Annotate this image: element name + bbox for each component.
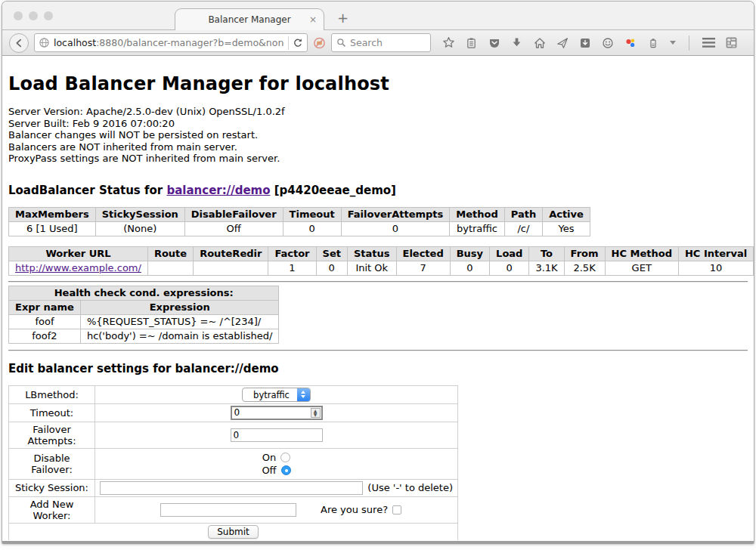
status-heading-suffix: [p4420eeae_demo]: [271, 184, 396, 197]
cell-elected: 7: [396, 261, 450, 275]
sticky-session-label: Sticky Session:: [9, 479, 95, 496]
cell-stickysession: (None): [95, 221, 184, 236]
url-domain: localhost: [54, 37, 96, 48]
col-from: From: [564, 246, 605, 261]
inherit-note-line: Balancers are NOT inherited from main se…: [8, 141, 754, 153]
disable-failover-label: Disable Failover:: [9, 448, 95, 479]
home-button[interactable]: [533, 36, 546, 49]
window-controls[interactable]: [14, 11, 53, 20]
failover-attempts-input[interactable]: [231, 428, 323, 442]
cell-path: /c/: [504, 221, 542, 236]
search-icon: [336, 38, 346, 48]
cell-busy: 0: [450, 261, 489, 275]
save-extension-button[interactable]: [578, 36, 591, 49]
pocket-button[interactable]: [488, 36, 500, 49]
bookmark-star-button[interactable]: [442, 36, 455, 49]
col-expression: Expression: [80, 300, 279, 314]
tab-balancer-manager[interactable]: Balancer Manager ×: [175, 8, 324, 30]
apps-grid-icon: [725, 36, 738, 49]
battery-icon: [648, 37, 658, 49]
col-disablefailover: DisableFailover: [184, 207, 283, 221]
worker-url-link[interactable]: http://www.example.com/: [15, 262, 141, 273]
sticky-session-input[interactable]: [100, 481, 363, 495]
lbmethod-selected-value: bytraffic: [243, 388, 297, 401]
bookmarks-list-icon: [466, 37, 477, 49]
edit-settings-heading: Edit balancer settings for balancer://de…: [8, 362, 754, 375]
cell-from: 2.5K: [564, 261, 605, 275]
url-bar[interactable]: localhost:8880/balancer-manager?b=demo&n…: [34, 33, 308, 52]
disable-failover-off-radio[interactable]: [281, 465, 291, 475]
table-row: 6 [1 Used] (None) Off 0 0 bytraffic /c/ …: [9, 221, 590, 236]
timeout-label: Timeout:: [9, 403, 95, 422]
timeout-input[interactable]: [231, 406, 323, 420]
submit-button[interactable]: Submit: [208, 525, 259, 539]
bookmarks-menu-button[interactable]: [465, 36, 478, 49]
battery-extension-button[interactable]: [646, 36, 659, 49]
bookmark-star-icon: [442, 36, 455, 49]
persist-note-line: Balancer changes will NOT be persisted o…: [8, 129, 754, 141]
col-active: Active: [543, 207, 590, 221]
sticky-session-row: Sticky Session: (Use '-' to delete): [9, 479, 458, 496]
failover-attempts-label: Failover Attempts:: [9, 422, 95, 448]
col-status: Status: [347, 246, 396, 261]
table-header-row: MaxMembers StickySession DisableFailover…: [9, 207, 590, 221]
col-route: Route: [147, 246, 193, 261]
downloads-button[interactable]: [510, 36, 523, 49]
search-placeholder: Search: [350, 37, 383, 48]
lbmethod-select[interactable]: bytraffic: [242, 388, 311, 402]
cell-routeredir: [194, 261, 268, 275]
are-you-sure-checkbox[interactable]: [392, 505, 401, 514]
reload-icon[interactable]: [293, 38, 303, 48]
download-arrow-icon: [511, 37, 522, 48]
palette-extension-button[interactable]: [624, 36, 637, 49]
cell-status: Init Ok: [347, 261, 396, 275]
zoom-window-button[interactable]: [44, 11, 53, 20]
balancer-demo-link[interactable]: balancer://demo: [166, 184, 270, 197]
col-expr-name: Expr name: [9, 300, 81, 314]
caret-down-icon: [670, 41, 676, 45]
minimize-window-button[interactable]: [29, 11, 38, 20]
add-worker-input[interactable]: [160, 503, 296, 517]
add-worker-label: Add New Worker:: [9, 496, 95, 523]
cell-load: 0: [490, 261, 529, 275]
number-spinner-icon[interactable]: ▲▼: [311, 408, 321, 418]
col-stickysession: StickySession: [95, 207, 184, 221]
worker-table: Worker URL Route RouteRedir Factor Set S…: [8, 246, 754, 276]
cell-hc-interval: 10: [678, 261, 753, 275]
overflow-caret-button[interactable]: [669, 36, 676, 49]
cell-expr-name: foof: [9, 314, 81, 329]
col-to: To: [529, 246, 564, 261]
browser-window: Balancer Manager × + localhost:8880/bala…: [2, 1, 754, 544]
health-row: foof2 hc('body') =~ /domain is establish…: [9, 329, 279, 343]
disable-failover-on-radio[interactable]: [280, 453, 290, 462]
col-timeout: Timeout: [283, 207, 341, 221]
worker-row: http://www.example.com/ 1 0 Init Ok 7 0 …: [9, 261, 754, 275]
close-window-button[interactable]: [14, 11, 23, 20]
new-tab-button[interactable]: +: [337, 10, 349, 26]
submit-row: Submit: [9, 523, 458, 540]
col-routeredir: RouteRedir: [194, 246, 268, 261]
url-text[interactable]: localhost:8880/balancer-manager?b=demo&n…: [54, 37, 284, 48]
back-button[interactable]: [9, 33, 29, 53]
col-failoverattempts: FailoverAttempts: [341, 207, 450, 221]
tab-title: Balancer Manager: [208, 14, 290, 25]
apps-extension-button[interactable]: [725, 36, 738, 49]
disable-failover-row: Disable Failover: On Off: [9, 448, 458, 479]
chat-extension-button[interactable]: [601, 36, 614, 49]
page-title: Load Balancer Manager for localhost: [8, 56, 754, 94]
server-info: Server Version: Apache/2.5.0-dev (Unix) …: [8, 106, 754, 165]
sticky-session-note: (Use '-' to delete): [367, 482, 453, 493]
blocked-plugin-button[interactable]: [313, 36, 326, 49]
home-icon: [534, 37, 546, 49]
are-you-sure-label: Are you sure?: [321, 504, 388, 515]
send-extension-button[interactable]: [556, 36, 569, 49]
server-version-line: Server Version: Apache/2.5.0-dev (Unix) …: [8, 106, 754, 118]
pocket-icon: [488, 37, 500, 49]
url-path: :8880/balancer-manager?b=demo&nonce=decc…: [96, 37, 284, 48]
screenshot: Balancer Manager × + localhost:8880/bala…: [0, 0, 756, 550]
tab-close-icon[interactable]: ×: [309, 14, 317, 25]
menu-button[interactable]: [702, 36, 715, 49]
search-bar[interactable]: Search: [331, 33, 431, 52]
col-set: Set: [316, 246, 347, 261]
table-header-row: Worker URL Route RouteRedir Factor Set S…: [9, 246, 754, 261]
